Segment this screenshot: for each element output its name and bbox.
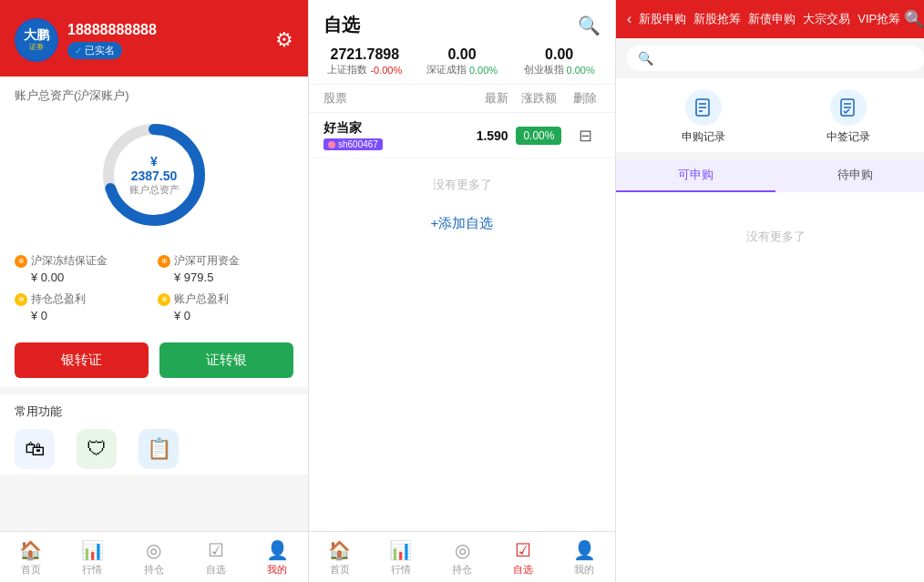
index-shenzhen[interactable]: 0.00 深证成指 0.00% xyxy=(414,46,511,77)
watchlist-header: 股票 最新 涨跌额 删除 xyxy=(309,84,615,113)
mid-market-icon: 📊 xyxy=(389,539,412,561)
phone-number: 18888888888 xyxy=(67,22,157,38)
right-panel: ‹ 新股申购 新股抢筹 新债申购 大宗交易 VIP抢筹 🔍 🔍 申购记录 xyxy=(616,0,924,582)
nav-home[interactable]: 🏠 首页 xyxy=(0,532,62,582)
account-label: 账户总资产(沪深账户) xyxy=(15,87,293,104)
lottery-svg xyxy=(838,97,858,117)
ipo-tab-apply[interactable]: 申购记录 xyxy=(682,89,725,145)
index-shanghai[interactable]: 2721.7898 上证指数 -0.00% xyxy=(316,46,414,77)
apply-icon xyxy=(685,89,722,126)
search-input[interactable] xyxy=(659,51,913,66)
index-bar: 2721.7898 上证指数 -0.00% 0.00 深证成指 0.00% 0.… xyxy=(309,46,615,84)
stock-change-col: 0.00% xyxy=(508,127,570,145)
nav-watchlist[interactable]: ☑ 自选 xyxy=(185,532,247,582)
total-dot: ⊕ xyxy=(158,293,170,306)
account-stats: ⊕ 沪深冻结保证金 ¥ 0.00 ⊕ 沪深可用资金 ¥ 979.5 ⊕ 持仓总盈… xyxy=(0,246,308,333)
mid-position-icon: ◎ xyxy=(455,539,470,561)
market-icon: 📊 xyxy=(81,539,104,561)
frozen-dot: ⊕ xyxy=(15,255,27,268)
middle-title: 自选 xyxy=(323,13,360,37)
stock-name: 好当家 xyxy=(323,120,447,137)
shenzhen-value: 0.00 xyxy=(414,46,511,63)
tab-new-stock-ipo[interactable]: 新股申购 xyxy=(639,9,686,29)
cert-to-bank-button[interactable]: 证转银 xyxy=(159,342,293,378)
left-header: 大鹏 证券 18888888888 ✓ 已实名 ⚙ xyxy=(0,0,308,77)
apply-svg xyxy=(693,97,714,117)
common-functions-label: 常用功能 xyxy=(15,403,293,420)
ipo-sub-tabs: 可申购 待申购 xyxy=(616,159,924,192)
stat-available-label: ⊕ 沪深可用资金 xyxy=(158,253,293,269)
available-value: ¥ 979.5 xyxy=(158,271,293,284)
right-search-icon[interactable]: 🔍 xyxy=(904,9,924,29)
bank-to-cert-button[interactable]: 银转证 xyxy=(15,342,149,378)
home-icon: 🏠 xyxy=(19,539,42,561)
add-label: +添加自选 xyxy=(431,215,494,232)
sub-tab-available[interactable]: 可申购 xyxy=(616,159,775,192)
sub-tab-pending[interactable]: 待申购 xyxy=(775,159,924,192)
account-section: 账户总资产(沪深账户) ¥ 2387.50 账户总资产 xyxy=(0,77,308,246)
settings-icon[interactable]: ⚙ xyxy=(275,28,293,52)
mid-home-icon: 🏠 xyxy=(328,539,351,561)
back-icon[interactable]: ‹ xyxy=(627,11,631,27)
header-left: 大鹏 证券 18888888888 ✓ 已实名 xyxy=(15,18,157,62)
ipo-tab-lottery[interactable]: 中签记录 xyxy=(826,89,870,145)
stock-name-col: 好当家 sh600467 xyxy=(323,120,447,150)
chinext-name-row: 创业板指 0.00% xyxy=(510,63,608,77)
left-bottom-nav: 🏠 首页 📊 行情 ◎ 持仓 ☑ 自选 👤 我的 xyxy=(0,531,308,582)
avatar-text: 证券 xyxy=(29,42,44,52)
stock-code-badge: sh600467 xyxy=(323,138,383,150)
pos-value: ¥ 0 xyxy=(15,309,150,322)
apply-label: 申购记录 xyxy=(682,129,725,145)
right-nav-tabs: 新股申购 新股抢筹 新债申购 大宗交易 VIP抢筹 xyxy=(639,9,900,29)
right-no-more: 没有更多了 xyxy=(616,192,924,582)
stat-pos-label: ⊕ 持仓总盈利 xyxy=(15,291,150,307)
stat-total-profit: ⊕ 账户总盈利 ¥ 0 xyxy=(158,291,293,322)
mid-nav-position[interactable]: ◎ 持仓 xyxy=(431,532,492,582)
change-badge: 0.00% xyxy=(516,127,561,145)
tab-block-trade[interactable]: 大宗交易 xyxy=(803,9,850,29)
total-value: ¥ 0 xyxy=(158,309,293,322)
mid-nav-mine[interactable]: 👤 我的 xyxy=(554,532,615,582)
mid-nav-market[interactable]: 📊 行情 xyxy=(370,532,431,582)
index-chinext[interactable]: 0.00 创业板指 0.00% xyxy=(510,46,608,77)
function-icon-list[interactable]: 📋 xyxy=(139,429,179,469)
no-more-label: 没有更多了 xyxy=(309,158,615,204)
code-dot xyxy=(328,141,335,148)
user-info: 18888888888 ✓ 已实名 xyxy=(67,22,157,59)
avatar: 大鹏 证券 xyxy=(15,18,58,62)
available-dot: ⊕ xyxy=(158,255,170,268)
donut-container: ¥ 2387.50 账户总资产 xyxy=(15,111,293,239)
right-header: ‹ 新股申购 新股抢筹 新债申购 大宗交易 VIP抢筹 🔍 xyxy=(616,0,924,38)
add-watchlist-button[interactable]: +添加自选 xyxy=(309,204,615,247)
tab-new-stock-grab[interactable]: 新股抢筹 xyxy=(693,9,741,29)
mid-watchlist-icon: ☑ xyxy=(515,539,531,561)
mid-nav-watchlist[interactable]: ☑ 自选 xyxy=(493,532,554,582)
stock-price: 1.590 xyxy=(447,128,508,143)
search-bar-icon: 🔍 xyxy=(638,51,653,66)
ipo-tabs: 申购记录 中签记录 xyxy=(616,78,924,152)
shanghai-name-row: 上证指数 -0.00% xyxy=(316,63,414,77)
middle-search-icon[interactable]: 🔍 xyxy=(578,15,601,36)
lottery-label: 中签记录 xyxy=(826,129,870,145)
tab-vip-grab[interactable]: VIP抢筹 xyxy=(857,9,900,29)
function-icon-shield[interactable]: 🛡 xyxy=(77,429,117,469)
nav-position[interactable]: ◎ 持仓 xyxy=(123,532,185,582)
delete-button[interactable]: ⊟ xyxy=(570,126,601,146)
stat-available: ⊕ 沪深可用资金 ¥ 979.5 xyxy=(158,253,293,284)
shenzhen-name-row: 深证成指 0.00% xyxy=(414,63,511,77)
table-row[interactable]: 好当家 sh600467 1.590 0.00% ⊟ xyxy=(309,113,615,158)
stat-total-label: ⊕ 账户总盈利 xyxy=(158,291,293,307)
nav-mine[interactable]: 👤 我的 xyxy=(246,532,308,582)
right-search-bar: 🔍 xyxy=(627,46,924,71)
mid-nav-home[interactable]: 🏠 首页 xyxy=(309,532,370,582)
stat-frozen: ⊕ 沪深冻结保证金 ¥ 0.00 xyxy=(15,253,150,284)
account-amount: ¥ 2387.50 xyxy=(127,154,181,183)
tab-new-bond-ipo[interactable]: 新债申购 xyxy=(748,9,796,29)
stat-position-profit: ⊕ 持仓总盈利 ¥ 0 xyxy=(15,291,150,322)
left-panel: 大鹏 证券 18888888888 ✓ 已实名 ⚙ 账户总资产(沪深账户) xyxy=(0,0,308,582)
nav-market[interactable]: 📊 行情 xyxy=(62,532,124,582)
function-icon-bag[interactable]: 🛍 xyxy=(15,429,55,469)
middle-panel: 自选 🔍 2721.7898 上证指数 -0.00% 0.00 深证成指 0.0… xyxy=(308,0,616,582)
function-icons: 🛍 🛡 📋 xyxy=(15,429,293,469)
pos-dot: ⊕ xyxy=(15,293,27,306)
